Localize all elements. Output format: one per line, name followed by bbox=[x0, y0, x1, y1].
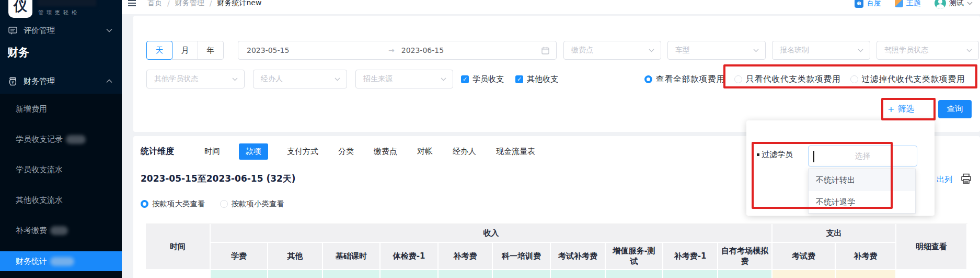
period-month-button[interactable]: 月 bbox=[172, 41, 198, 60]
other-income-expense-checkbox[interactable]: ✓ 其他收支 bbox=[515, 74, 558, 84]
custom-columns-link-partial[interactable]: 出列 bbox=[937, 175, 952, 185]
col-header-retest-fee: 补考费 bbox=[439, 243, 493, 270]
radio-exclude-agency-fees[interactable]: 过滤掉代收代支类款项费用 bbox=[850, 74, 965, 85]
scope-checkbox-group: ✓ 学员收支 ✓ 其他收支 bbox=[461, 70, 558, 88]
payment-point-select[interactable]: 缴费点 bbox=[563, 41, 661, 60]
browser-link[interactable]: e 百度 bbox=[855, 0, 881, 8]
handler-select[interactable]: 经办人 bbox=[253, 70, 347, 88]
col-header-exam-fee: 考试费 bbox=[773, 243, 836, 270]
user-name: 测试 bbox=[949, 0, 964, 8]
filter-popover: 过滤学员 选择 不统计转出 不统计退学 bbox=[746, 120, 935, 216]
filter-button[interactable]: + 筛选 bbox=[887, 101, 914, 117]
sidebar-item-label: 补考缴费 bbox=[16, 226, 47, 236]
other-student-status-select[interactable]: 其他学员状态 bbox=[146, 70, 245, 88]
sidebar-item-student-cash-flow[interactable]: 学员收支流水 bbox=[0, 154, 122, 185]
sidebar-item-label: 学员收支记录 bbox=[16, 135, 63, 144]
col-header-subject1-training-fee: 科一培训费 bbox=[493, 243, 551, 270]
class-type-select[interactable]: 报名班制 bbox=[772, 41, 870, 60]
period-year-button[interactable]: 年 bbox=[198, 41, 224, 60]
chevron-down-icon bbox=[441, 77, 446, 81]
student-income-expense-checkbox[interactable]: ✓ 学员收支 bbox=[461, 74, 504, 84]
chevron-down-icon bbox=[858, 49, 863, 52]
filter-student-options-dropdown: 不统计转出 不统计退学 bbox=[808, 169, 916, 214]
radio-only-agency-fees[interactable]: 只看代收代支类款项费用 bbox=[734, 74, 841, 85]
radio-view-all-fees[interactable]: 查看全部款项费用 bbox=[644, 74, 725, 85]
date-range-arrow-icon: → bbox=[388, 46, 395, 54]
col-header-tuition: 学费 bbox=[211, 243, 268, 270]
blurred-badge bbox=[50, 226, 68, 235]
sidebar-item-other-cash-flow[interactable]: 其他收支流水 bbox=[0, 185, 122, 215]
tab-cash-flow-statement[interactable]: 现金流量表 bbox=[495, 143, 536, 160]
period-day-button[interactable]: 天 bbox=[146, 41, 172, 60]
date-range-title: 2023-05-15至2023-06-15 (32天) bbox=[141, 173, 296, 185]
filter-student-label-text: 过滤学员 bbox=[762, 150, 793, 160]
col-group-expense: 支出 bbox=[773, 224, 896, 243]
filter-student-select-input[interactable]: 选择 bbox=[808, 146, 917, 166]
date-end-value[interactable]: 2023-06-15 bbox=[395, 46, 541, 54]
checkbox-label: 其他收支 bbox=[527, 74, 558, 84]
tab-payment-point[interactable]: 缴费点 bbox=[373, 143, 398, 160]
sidebar-submenu: 新增费用 学员收支记录 学员收支流水 其他收支流水 补考缴费 bbox=[0, 94, 122, 278]
sidebar-item-finance-statistics-selected[interactable]: 财务统计 bbox=[0, 251, 122, 271]
dimension-tabs: 统计维度 时间 款项 支付方式 分类 缴费点 对帐 经办人 现金流量表 bbox=[141, 143, 536, 160]
radio-label: 按款项大类查看 bbox=[152, 199, 205, 209]
theme-link[interactable]: 主题 bbox=[895, 0, 921, 8]
radio-view-by-major-fee-class[interactable]: 按款项大类查看 bbox=[141, 199, 205, 209]
sidebar-group-title: 财务 bbox=[7, 45, 29, 60]
sidebar-item-label: 其他收支流水 bbox=[16, 195, 63, 205]
breadcrumb-finance[interactable]: 财务管理 bbox=[175, 0, 204, 8]
breadcrumb-home[interactable]: 首页 bbox=[147, 0, 162, 8]
money-jar-icon: ¥ bbox=[8, 77, 17, 86]
sidebar-item-label: 财务统计 bbox=[16, 257, 47, 266]
option-exclude-transfer-out[interactable]: 不统计转出 bbox=[809, 169, 915, 191]
dimension-label: 统计维度 bbox=[141, 146, 174, 157]
browser-icon: e bbox=[855, 0, 863, 8]
col-header-value-added-service: 增值服务-测试 bbox=[606, 243, 663, 270]
sidebar-item-eval-management[interactable]: 评价管理 bbox=[0, 22, 122, 39]
calendar-icon bbox=[541, 47, 549, 54]
option-exclude-dropout[interactable]: 不统计退学 bbox=[809, 191, 915, 213]
print-icon[interactable] bbox=[961, 173, 972, 186]
sidebar-item-finance-management[interactable]: ¥ 财务管理 bbox=[0, 73, 122, 90]
tab-category[interactable]: 分类 bbox=[337, 143, 355, 160]
period-segmented-control: 天 月 年 bbox=[146, 41, 224, 60]
tab-handler[interactable]: 经办人 bbox=[452, 143, 477, 160]
tab-reconciliation[interactable]: 对帐 bbox=[416, 143, 434, 160]
license-student-status-select[interactable]: 驾照学员状态 bbox=[877, 41, 979, 60]
sidebar-item-label: 财务管理 bbox=[24, 76, 55, 86]
radio-label: 查看全部款项费用 bbox=[656, 74, 725, 85]
date-range-picker[interactable]: 2023-05-15 → 2023-06-15 bbox=[238, 41, 557, 60]
user-avatar bbox=[935, 0, 946, 9]
view-mode-radio-group: 按款项大类查看 按款项小类查看 bbox=[141, 199, 284, 209]
sidebar: 仪 管理更轻松 评价管理 财务 ¥ 财务管理 新增费用 bbox=[0, 0, 122, 278]
sidebar-item-student-payment-records[interactable]: 学员收支记录 bbox=[0, 124, 122, 154]
sidebar-item-label: 新增费用 bbox=[16, 104, 47, 114]
app-logo-icon: 仪 bbox=[8, 0, 32, 18]
bullet-icon bbox=[757, 153, 759, 156]
query-button[interactable]: 查询 bbox=[938, 100, 972, 118]
chevron-down-icon bbox=[106, 28, 112, 32]
comment-icon bbox=[8, 26, 17, 35]
recruit-source-select[interactable]: 招生来源 bbox=[355, 70, 453, 88]
table-row[interactable] bbox=[146, 270, 967, 278]
checkbox-checked-icon: ✓ bbox=[461, 75, 469, 83]
col-group-income: 收入 bbox=[211, 224, 773, 243]
col-header-time: 时间 bbox=[146, 224, 211, 270]
filter-button-label: 筛选 bbox=[897, 104, 914, 115]
radio-view-by-minor-fee-class[interactable]: 按款项小类查看 bbox=[220, 199, 285, 209]
sidebar-collapse-icon[interactable] bbox=[128, 0, 136, 6]
date-start-value[interactable]: 2023-05-15 bbox=[238, 46, 388, 54]
tab-fee-item-active[interactable]: 款项 bbox=[239, 143, 268, 160]
plus-icon: + bbox=[887, 104, 894, 114]
col-header-detail: 明细查看 bbox=[896, 224, 967, 270]
col-header-expense-retest-fee: 补考费 bbox=[836, 243, 896, 270]
sidebar-item-retest-payment[interactable]: 补考缴费 bbox=[0, 215, 122, 246]
col-header-other: 其他 bbox=[268, 243, 323, 270]
tab-payment-method[interactable]: 支付方式 bbox=[286, 143, 319, 160]
sidebar-item-new-fee[interactable]: 新增费用 bbox=[0, 94, 122, 124]
sidebar-item-label: 评价管理 bbox=[24, 26, 55, 36]
tab-time[interactable]: 时间 bbox=[203, 143, 221, 160]
user-menu[interactable]: 测试 bbox=[935, 0, 973, 9]
chevron-down-icon bbox=[966, 49, 972, 52]
vehicle-type-select[interactable]: 车型 bbox=[667, 41, 766, 60]
